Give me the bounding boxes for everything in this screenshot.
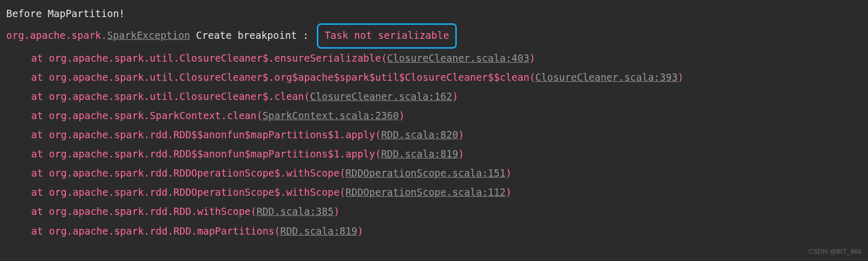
stack-close-paren: ): [506, 186, 511, 198]
stack-frame: at org.apache.spark.rdd.RDD.mapPartition…: [6, 222, 862, 241]
stack-location-link[interactable]: RDD.scala:385: [257, 206, 334, 217]
stack-close-paren: ): [458, 129, 464, 140]
stack-method: org.apache.spark.rdd.RDD$$anonfun$mapPar…: [49, 148, 381, 160]
stack-close-paren: ): [399, 110, 404, 121]
stack-at: at: [31, 167, 49, 179]
stack-method: org.apache.spark.rdd.RDD.withScope(: [49, 206, 256, 217]
stack-close-paren: ): [357, 225, 363, 237]
stack-method: org.apache.spark.util.ClosureCleaner$.en…: [49, 52, 387, 64]
exception-colon: :: [297, 30, 309, 41]
stack-close-paren: ): [678, 71, 683, 83]
log-header: Before MapPartition!: [6, 4, 862, 23]
stack-at: at: [31, 225, 49, 237]
stack-location-link[interactable]: SparkContext.scala:2360: [262, 110, 399, 121]
stack-frame: at org.apache.spark.rdd.RDD$$anonfun$map…: [6, 144, 862, 164]
stack-method: org.apache.spark.rdd.RDDOperationScope$.…: [49, 167, 345, 179]
stack-location-link[interactable]: ClosureCleaner.scala:393: [535, 71, 678, 83]
stack-method: org.apache.spark.rdd.RDD$$anonfun$mapPar…: [49, 129, 381, 140]
exception-message: Task not serializable: [325, 30, 449, 41]
stack-frame: at org.apache.spark.util.ClosureCleaner$…: [6, 49, 862, 68]
stack-method: org.apache.spark.SparkContext.clean(: [49, 110, 262, 121]
stack-frame: at org.apache.spark.util.ClosureCleaner$…: [6, 68, 862, 87]
exception-prefix: org.apache.spark.: [6, 30, 107, 41]
stack-location-link[interactable]: RDD.scala:819: [280, 225, 357, 237]
stack-frame: at org.apache.spark.rdd.RDDOperationScop…: [6, 164, 862, 183]
stack-frame: at org.apache.spark.rdd.RDDOperationScop…: [6, 183, 862, 202]
stack-method: org.apache.spark.util.ClosureCleaner$.cl…: [49, 91, 310, 102]
stack-method: org.apache.spark.util.ClosureCleaner$.or…: [49, 71, 535, 83]
stack-close-paren: ): [458, 148, 464, 160]
stack-at: at: [31, 52, 49, 64]
stack-close-paren: ): [452, 91, 458, 102]
stack-at: at: [31, 186, 49, 198]
stack-method: org.apache.spark.rdd.RDDOperationScope$.…: [49, 186, 345, 198]
stack-frame: at org.apache.spark.SparkContext.clean(S…: [6, 106, 862, 125]
stack-location-link[interactable]: RDD.scala:819: [381, 148, 458, 160]
exception-class-link[interactable]: SparkException: [107, 30, 190, 41]
stack-at: at: [31, 91, 49, 102]
stack-location-link[interactable]: RDDOperationScope.scala:151: [345, 167, 506, 179]
stack-frame: at org.apache.spark.rdd.RDD.withScope(RD…: [6, 202, 862, 221]
stack-at: at: [31, 206, 49, 217]
stack-location-link[interactable]: RDDOperationScope.scala:112: [345, 186, 506, 198]
watermark-text: CSDN @BIT_666: [808, 245, 862, 258]
stack-close-paren: ): [529, 52, 535, 64]
stacktrace-container: at org.apache.spark.util.ClosureCleaner$…: [6, 49, 862, 240]
exception-line: org.apache.spark.SparkException Create b…: [6, 23, 862, 49]
stack-close-paren: ): [506, 167, 511, 179]
log-header-text: Before MapPartition!: [6, 8, 125, 19]
create-breakpoint-link[interactable]: Create breakpoint: [196, 30, 297, 41]
stack-at: at: [31, 148, 49, 160]
stack-at: at: [31, 71, 49, 83]
stack-location-link[interactable]: RDD.scala:820: [381, 129, 458, 140]
stack-close-paren: ): [333, 206, 339, 217]
stack-location-link[interactable]: ClosureCleaner.scala:403: [387, 52, 529, 64]
stack-method: org.apache.spark.rdd.RDD.mapPartitions(: [49, 225, 280, 237]
stack-at: at: [31, 129, 49, 140]
stack-at: at: [31, 110, 49, 121]
stack-location-link[interactable]: ClosureCleaner.scala:162: [310, 91, 453, 102]
exception-message-highlight: Task not serializable: [317, 23, 457, 49]
stack-frame: at org.apache.spark.util.ClosureCleaner$…: [6, 87, 862, 106]
stack-frame: at org.apache.spark.rdd.RDD$$anonfun$map…: [6, 125, 862, 144]
